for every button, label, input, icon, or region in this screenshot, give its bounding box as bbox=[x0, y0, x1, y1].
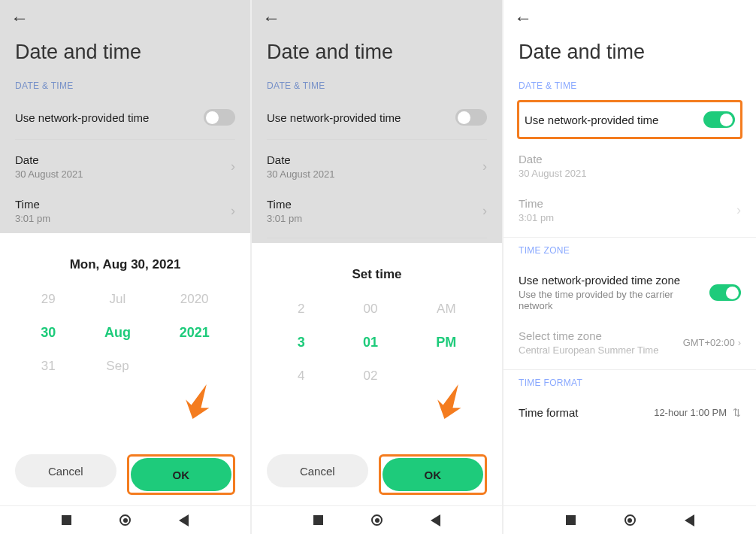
top-bar: ← bbox=[503, 0, 756, 32]
time-value: 3:01 pm bbox=[267, 213, 476, 224]
time-picker-title: Set time bbox=[252, 262, 502, 293]
use-network-tz-label: Use network-provided time zone bbox=[519, 274, 709, 287]
section-date-time-label: DATE & TIME bbox=[0, 77, 250, 100]
row-time[interactable]: Time 3:01 pm › bbox=[252, 189, 502, 233]
android-navbar bbox=[503, 505, 756, 534]
nav-recent-icon[interactable] bbox=[313, 515, 323, 525]
nav-back-icon[interactable] bbox=[685, 514, 694, 526]
date-value: 30 August 2021 bbox=[519, 168, 741, 179]
section-date-time-label: DATE & TIME bbox=[252, 77, 502, 100]
top-bar: ← bbox=[0, 0, 250, 32]
divider bbox=[15, 139, 235, 140]
date-value: 30 August 2021 bbox=[15, 168, 225, 180]
time-format-value: 12-hour 1:00 PM bbox=[654, 407, 727, 418]
select-tz-sub: Central European Summer Time bbox=[519, 344, 683, 356]
tz-value: GMT+02:00 bbox=[683, 337, 735, 348]
date-label: Date bbox=[15, 153, 225, 166]
toggle-network-timezone[interactable] bbox=[709, 284, 741, 301]
row-use-network-time[interactable]: Use network-provided time bbox=[522, 104, 738, 135]
chevron-right-icon: › bbox=[738, 337, 741, 348]
top-bar: ← bbox=[252, 0, 502, 32]
time-value: 3:01 pm bbox=[519, 212, 730, 223]
picker-hour-col[interactable]: 2 3 4 bbox=[298, 302, 305, 384]
nav-home-icon[interactable] bbox=[624, 514, 636, 526]
use-network-time-label: Use network-provided time bbox=[15, 111, 204, 124]
settings-backdrop: ← Date and time DATE & TIME Use network-… bbox=[252, 0, 502, 243]
nav-back-icon[interactable] bbox=[179, 514, 189, 526]
row-date-disabled: Date 30 August 2021 bbox=[503, 144, 756, 188]
back-arrow-icon[interactable]: ← bbox=[11, 9, 29, 27]
toggle-network-time[interactable] bbox=[455, 109, 487, 126]
ok-highlight: OK bbox=[127, 454, 236, 495]
chevron-right-icon: › bbox=[231, 203, 235, 219]
row-date[interactable]: Date 30 August 2021 › bbox=[252, 144, 502, 189]
row-date[interactable]: Date 30 August 2021 › bbox=[0, 144, 250, 189]
chevron-right-icon: › bbox=[231, 159, 235, 174]
cancel-button[interactable]: Cancel bbox=[267, 454, 368, 487]
divider bbox=[267, 139, 487, 140]
nav-home-icon[interactable] bbox=[371, 514, 383, 526]
section-timezone-label: TIME ZONE bbox=[503, 242, 756, 265]
date-picker-sheet: Mon, Aug 30, 2021 29 30 31 Jul Aug Sep 2… bbox=[0, 238, 250, 505]
page-title: Date and time bbox=[252, 32, 502, 77]
android-navbar bbox=[0, 505, 250, 534]
row-use-network-time[interactable]: Use network-provided time bbox=[252, 100, 502, 135]
time-value: 3:01 pm bbox=[15, 213, 225, 224]
row-use-network-time[interactable]: Use network-provided time bbox=[0, 100, 250, 135]
time-label: Time bbox=[15, 198, 225, 211]
chevron-right-icon: › bbox=[482, 159, 487, 174]
use-network-time-label: Use network-provided time bbox=[267, 111, 455, 124]
time-picker-sheet: Set time 2 3 4 00 01 02 AM PM Cancel bbox=[252, 247, 502, 505]
ok-button[interactable]: OK bbox=[131, 458, 232, 491]
back-arrow-icon[interactable]: ← bbox=[262, 9, 280, 27]
use-network-time-label: Use network-provided time bbox=[525, 114, 703, 126]
row-time-disabled: Time 3:01 pm › bbox=[503, 188, 756, 232]
row-use-network-timezone[interactable]: Use network-provided time zone Use the t… bbox=[503, 265, 756, 320]
picker-year-col[interactable]: 2020 2021 bbox=[180, 292, 210, 374]
use-network-tz-sub: Use the time provided by the carrier net… bbox=[519, 289, 709, 311]
picker-minute-col[interactable]: 00 01 02 bbox=[363, 302, 378, 384]
settings-backdrop: ← Date and time DATE & TIME Use network-… bbox=[0, 0, 250, 233]
ok-button[interactable]: OK bbox=[383, 458, 484, 491]
nav-recent-icon[interactable] bbox=[566, 515, 576, 525]
up-down-icon: ⇅ bbox=[733, 407, 741, 418]
nav-recent-icon[interactable] bbox=[62, 515, 71, 525]
date-picker-title: Mon, Aug 30, 2021 bbox=[0, 253, 250, 283]
nav-home-icon[interactable] bbox=[119, 514, 131, 526]
screen-settings: ← Date and time DATE & TIME Use network-… bbox=[503, 0, 756, 534]
spacer bbox=[503, 428, 756, 505]
nav-back-icon[interactable] bbox=[431, 514, 440, 526]
row-select-timezone: Select time zone Central European Summer… bbox=[503, 320, 756, 365]
time-picker-wheels[interactable]: 2 3 4 00 01 02 AM PM bbox=[252, 293, 502, 391]
date-label: Date bbox=[519, 153, 741, 165]
ok-highlight: OK bbox=[379, 454, 488, 495]
picker-ampm-col[interactable]: AM PM bbox=[436, 302, 456, 384]
row-time[interactable]: Time 3:01 pm › bbox=[0, 189, 250, 233]
back-arrow-icon[interactable]: ← bbox=[514, 9, 532, 27]
arrow-annotation-icon bbox=[179, 381, 213, 423]
picker-month-col[interactable]: Jul Aug Sep bbox=[104, 292, 131, 374]
time-label: Time bbox=[267, 198, 476, 211]
time-format-label: Time format bbox=[519, 406, 654, 419]
use-network-time-highlight: Use network-provided time bbox=[517, 100, 742, 139]
page-title: Date and time bbox=[0, 32, 250, 77]
screen-time-picker: ← Date and time DATE & TIME Use network-… bbox=[252, 0, 503, 534]
time-label: Time bbox=[519, 197, 730, 210]
toggle-network-time[interactable] bbox=[703, 111, 735, 128]
chevron-right-icon: › bbox=[482, 203, 487, 219]
section-date-time-label: DATE & TIME bbox=[503, 77, 756, 100]
row-time-format[interactable]: Time format 12-hour 1:00 PM ⇅ bbox=[503, 397, 756, 428]
android-navbar bbox=[252, 505, 502, 534]
cancel-button[interactable]: Cancel bbox=[15, 454, 116, 487]
picker-button-row: Cancel OK bbox=[252, 442, 502, 505]
date-value: 30 August 2021 bbox=[267, 168, 476, 180]
screen-date-picker: ← Date and time DATE & TIME Use network-… bbox=[0, 0, 252, 534]
divider bbox=[503, 369, 756, 370]
date-picker-wheels[interactable]: 29 30 31 Jul Aug Sep 2020 2021 bbox=[0, 283, 250, 381]
chevron-right-icon: › bbox=[736, 202, 741, 218]
select-tz-label: Select time zone bbox=[519, 329, 683, 342]
picker-button-row: Cancel OK bbox=[0, 442, 250, 505]
picker-day-col[interactable]: 29 30 31 bbox=[41, 292, 56, 374]
divider bbox=[267, 238, 487, 238]
toggle-network-time[interactable] bbox=[204, 109, 235, 126]
